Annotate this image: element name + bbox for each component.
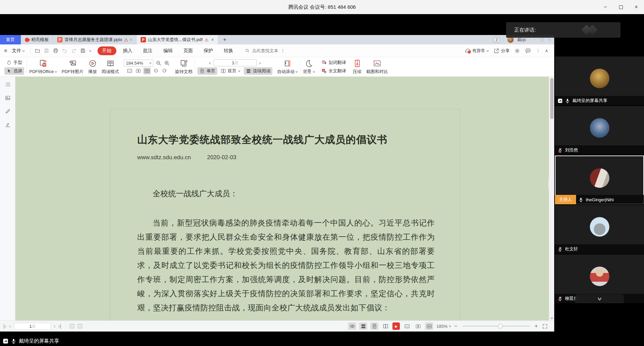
maximize-button[interactable] [613, 0, 629, 14]
statusbar-page-input[interactable]: 1/2 [14, 323, 51, 330]
tab-docer-templates[interactable]: 稻壳模板 [21, 35, 53, 44]
fit-width-button[interactable] [425, 322, 433, 330]
zoom-slider[interactable] [462, 326, 530, 326]
chat-icon[interactable] [525, 48, 531, 54]
cloud-sync-status[interactable]: ! 有异常 ∨ [465, 48, 489, 54]
scroll-down-icon[interactable]: ∨ [547, 316, 556, 320]
next-page-button[interactable]: › [54, 323, 55, 329]
zoom-slider-knob[interactable] [498, 324, 503, 328]
prev-view-icon[interactable] [69, 323, 75, 329]
wps-minimize-button[interactable]: − [533, 37, 536, 42]
zoom-select[interactable]: 184.54% ∨ [124, 60, 153, 67]
pdf-to-image-button[interactable]: PDF转图片 [59, 58, 86, 76]
continuous-read-button[interactable]: 连续阅读 [244, 67, 272, 75]
collapse-participants-button[interactable]: ∨ [575, 294, 624, 303]
snapshot-compare-button[interactable]: 截图和对比 [364, 58, 390, 76]
menu-tab-comment[interactable]: 批注 [139, 47, 157, 55]
annotation-pane-icon[interactable] [5, 108, 11, 114]
print-icon[interactable] [53, 48, 59, 54]
collapse-ribbon-icon[interactable]: ∧ [545, 48, 548, 53]
new-tab-button[interactable]: + [218, 35, 231, 44]
zoom-level[interactable]: 185% ∨ [436, 324, 451, 329]
single-page-button[interactable]: 单页 [197, 67, 217, 75]
tab-pdf-document[interactable]: P 山东大学党委统...倡议书.pdf ⚠ × [137, 35, 218, 44]
double-page-button[interactable]: 双页 ∨ [219, 67, 242, 75]
background-button[interactable]: 背景∨ [301, 58, 317, 76]
main-menu-icon[interactable]: ≡ [3, 48, 8, 54]
word-translate-button[interactable]: 划词翻译 [319, 59, 348, 66]
tab-home[interactable]: 首页 [0, 35, 21, 44]
avatar [590, 118, 609, 138]
participant-tile[interactable]: 刘浩然 [555, 106, 644, 155]
scrollbar-thumb[interactable] [550, 78, 554, 119]
double-page-view-button[interactable] [381, 322, 389, 330]
wps-maximize-button[interactable] [540, 38, 543, 41]
tab-pptx-document[interactable]: P 雷锋月志愿服务主题团课.pptx ⚠ [53, 35, 137, 44]
play-button[interactable]: 播放 [86, 58, 99, 76]
next-view-icon[interactable] [77, 323, 83, 329]
document-viewport[interactable]: 山东大学党委统战部致全校统一战线广大成员的倡议书 www.sdtz.sdu.ed… [15, 77, 549, 320]
settings-gear-icon[interactable] [514, 48, 520, 54]
signature-pane-icon[interactable] [5, 122, 11, 128]
search-box[interactable]: 点此查找文本 ⋮ [245, 48, 285, 54]
auto-scroll-button[interactable]: 自动滚动∨ [275, 58, 300, 76]
play-slideshow-button[interactable]: ▶ [392, 322, 400, 330]
rotate-left-button[interactable] [152, 68, 159, 74]
participant-tile[interactable]: 戴绮呈的屏幕共享 [555, 57, 644, 105]
next-page-icon[interactable]: › [259, 60, 261, 66]
file-menu[interactable]: 文件 ∨ [10, 48, 26, 54]
eye-protect-button[interactable] [348, 322, 356, 330]
chevron-down-icon[interactable]: ∨ [88, 49, 92, 53]
menu-tab-home[interactable]: 开始 [98, 46, 116, 55]
outline-pane-icon[interactable] [5, 81, 11, 88]
select-tool-button[interactable]: 选择 [4, 67, 24, 75]
wps-close-button[interactable]: × [548, 37, 551, 42]
hand-tool-button[interactable]: 手型 [4, 59, 24, 66]
menu-tab-page[interactable]: 页面 [180, 47, 197, 55]
menu-tab-convert[interactable]: 转换 [220, 47, 237, 55]
prev-page-icon[interactable]: ‹ [209, 60, 211, 66]
vertical-scrollbar[interactable]: ∨ [549, 77, 554, 320]
participant-tile[interactable]: 杜文轩 [555, 205, 644, 254]
open-file-icon[interactable] [35, 48, 40, 54]
share-button[interactable]: 分享 [493, 48, 509, 54]
rotate-doc-button[interactable]: 旋转文档 [173, 58, 195, 76]
read-mode-button[interactable]: 阅读模式 [99, 58, 121, 76]
single-page-view-button[interactable] [370, 322, 378, 330]
zoom-in-button[interactable]: + [535, 323, 538, 329]
zoom-out-button[interactable]: − [454, 323, 457, 329]
more-vertical-icon[interactable]: ⋮ [281, 48, 285, 53]
fullscreen-button[interactable] [541, 322, 549, 330]
close-button[interactable]: × [629, 0, 644, 14]
compress-button[interactable]: 压缩 [350, 58, 364, 76]
first-page-button[interactable]: |‹ [3, 323, 6, 329]
rotate-right-button[interactable] [161, 68, 168, 74]
menu-tab-protect[interactable]: 保护 [200, 47, 217, 55]
pdf-to-office-button[interactable]: PDF转Office∨ [27, 58, 59, 76]
prev-page-button[interactable]: ‹ [9, 323, 11, 329]
last-page-button[interactable]: ›| [59, 323, 61, 329]
quick-save-icon[interactable] [80, 48, 86, 54]
continuous-view-button[interactable] [359, 322, 367, 330]
more-vertical-icon[interactable]: ⋮ [536, 48, 540, 53]
zoom-out-icon[interactable] [155, 60, 162, 66]
full-translate-button[interactable]: 全文翻译 [319, 67, 348, 75]
actual-size-button[interactable] [126, 68, 133, 74]
participant-tile[interactable]: 柳晨烁 ∨ [555, 254, 644, 303]
fit-page-button[interactable] [135, 68, 142, 74]
fit-page-button[interactable] [414, 322, 422, 330]
message-count-badge[interactable]: 2 [493, 37, 500, 42]
save-icon[interactable] [44, 48, 49, 54]
participant-tile-active-speaker[interactable]: 主持人 theGinger|Nihi [555, 155, 644, 204]
redo-icon[interactable] [71, 48, 77, 54]
zoom-in-icon[interactable] [164, 60, 170, 66]
close-tab-icon[interactable]: × [211, 37, 214, 42]
undo-icon[interactable] [62, 48, 68, 54]
thumbnail-pane-icon[interactable] [5, 95, 11, 101]
actual-size-button[interactable] [403, 322, 411, 330]
fit-width-button[interactable] [143, 68, 151, 74]
menu-tab-insert[interactable]: 插入 [119, 47, 137, 55]
page-number-input[interactable]: 1/2 [214, 59, 257, 66]
minimize-button[interactable]: − [598, 0, 613, 14]
menu-tab-edit[interactable]: 编辑 [159, 47, 177, 55]
